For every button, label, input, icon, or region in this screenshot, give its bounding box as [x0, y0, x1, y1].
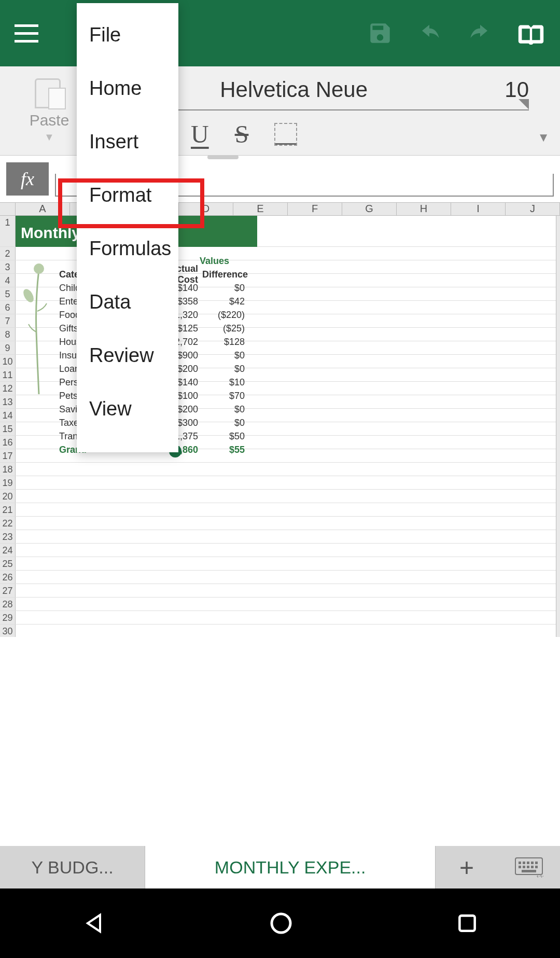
row-header[interactable]: 29: [0, 611, 16, 624]
diff-cell[interactable]: ($220): [202, 310, 249, 321]
svg-rect-3: [519, 862, 521, 864]
menu-item-home[interactable]: Home: [77, 62, 178, 115]
row: 18: [0, 463, 560, 476]
save-icon[interactable]: [367, 20, 393, 46]
keyboard-toggle-button[interactable]: 123: [498, 846, 560, 888]
menu-item-formulas[interactable]: Formulas: [77, 222, 178, 275]
menu-item-view[interactable]: View: [77, 382, 178, 436]
scrollbar-vertical[interactable]: [556, 216, 560, 637]
home-button[interactable]: [269, 911, 293, 936]
view-mode-icon[interactable]: [516, 22, 545, 45]
row-header[interactable]: 1: [0, 216, 16, 246]
row-header[interactable]: 13: [0, 395, 16, 408]
diff-cell[interactable]: $128: [202, 337, 249, 348]
diff-cell[interactable]: $0: [202, 418, 249, 428]
svg-rect-16: [460, 915, 475, 931]
row-header[interactable]: 6: [0, 301, 16, 314]
row: 28: [0, 598, 560, 611]
row-header[interactable]: 26: [0, 571, 16, 584]
recents-button[interactable]: [456, 912, 479, 935]
svg-rect-11: [531, 866, 534, 868]
svg-point-15: [272, 914, 290, 933]
diff-cell[interactable]: $0: [202, 283, 249, 294]
svg-rect-4: [523, 862, 525, 864]
back-button[interactable]: [81, 911, 106, 936]
svg-rect-7: [535, 862, 538, 864]
fx-button[interactable]: fx: [6, 162, 49, 196]
col-header[interactable]: A: [16, 203, 70, 215]
grand-total-diff: $55: [202, 445, 249, 455]
row-header[interactable]: 8: [0, 328, 16, 341]
row-header[interactable]: 4: [0, 274, 16, 287]
row-header[interactable]: 14: [0, 409, 16, 422]
diff-cell[interactable]: $0: [202, 350, 249, 361]
menu-item-file[interactable]: File: [77, 8, 178, 62]
svg-rect-9: [523, 866, 525, 868]
col-header[interactable]: J: [506, 203, 560, 215]
keyboard-icon: 123: [514, 857, 543, 878]
menu-item-insert[interactable]: Insert: [77, 115, 178, 169]
strikethrough-button[interactable]: S: [235, 120, 249, 148]
row-header[interactable]: 5: [0, 287, 16, 300]
diff-cell[interactable]: $0: [202, 404, 249, 415]
row-header[interactable]: 27: [0, 584, 16, 597]
row-header[interactable]: 12: [0, 382, 16, 395]
row-header[interactable]: 28: [0, 598, 16, 610]
svg-rect-5: [527, 862, 529, 864]
select-all-corner[interactable]: [0, 203, 16, 215]
redo-icon[interactable]: [466, 23, 495, 44]
col-header[interactable]: E: [233, 203, 288, 215]
col-header[interactable]: H: [397, 203, 451, 215]
difference-header: Difference: [202, 269, 249, 280]
diff-cell[interactable]: ($25): [202, 323, 249, 334]
row-header[interactable]: 11: [0, 368, 16, 381]
row-header[interactable]: 19: [0, 476, 16, 489]
diff-cell[interactable]: $70: [202, 391, 249, 401]
row-header[interactable]: 10: [0, 355, 16, 368]
row-header[interactable]: 30: [0, 624, 16, 637]
paste-button[interactable]: Paste ▼: [16, 78, 83, 143]
sheet-tab-monthly-expenses[interactable]: MONTHLY EXPE...: [145, 846, 436, 888]
col-header[interactable]: G: [342, 203, 397, 215]
ribbon-expand-icon[interactable]: ▼: [537, 130, 550, 145]
undo-icon[interactable]: [415, 23, 444, 44]
row-header[interactable]: 21: [0, 503, 16, 516]
row-header[interactable]: 25: [0, 557, 16, 570]
diff-cell[interactable]: $0: [202, 364, 249, 374]
col-header[interactable]: F: [288, 203, 342, 215]
add-sheet-button[interactable]: +: [436, 846, 498, 888]
row-header[interactable]: 17: [0, 449, 16, 462]
col-header[interactable]: D: [179, 203, 233, 215]
row-header[interactable]: 7: [0, 314, 16, 327]
row-header[interactable]: 2: [0, 247, 16, 260]
menu-item-review[interactable]: Review: [77, 329, 178, 382]
svg-point-1: [21, 287, 36, 304]
row-header[interactable]: 18: [0, 463, 16, 476]
chevron-down-icon: ▼: [44, 131, 54, 143]
border-button[interactable]: [274, 123, 297, 146]
menu-item-format[interactable]: Format: [77, 169, 178, 222]
row-header[interactable]: 24: [0, 544, 16, 557]
row-header[interactable]: 23: [0, 530, 16, 543]
diff-cell[interactable]: $50: [202, 431, 249, 442]
ribbon-drag-handle[interactable]: [207, 155, 239, 159]
row-header[interactable]: 3: [0, 260, 16, 273]
underline-button[interactable]: U: [191, 120, 209, 148]
row-header[interactable]: 15: [0, 422, 16, 435]
menu-item-data[interactable]: Data: [77, 275, 178, 329]
hamburger-menu-button[interactable]: [15, 24, 38, 43]
diff-cell[interactable]: $42: [202, 296, 249, 307]
svg-rect-12: [535, 866, 538, 868]
svg-rect-10: [527, 866, 529, 868]
row-header[interactable]: 16: [0, 436, 16, 449]
svg-rect-8: [519, 866, 521, 868]
col-header[interactable]: I: [451, 203, 506, 215]
row-header[interactable]: 9: [0, 341, 16, 354]
row-header[interactable]: 20: [0, 490, 16, 503]
font-size-select[interactable]: 10: [505, 77, 529, 102]
row-header[interactable]: 22: [0, 517, 16, 530]
diff-cell[interactable]: $10: [202, 377, 249, 388]
row: 26: [0, 571, 560, 584]
sheet-tab-budget[interactable]: Y BUDG...: [0, 846, 145, 888]
row: 21: [0, 503, 560, 517]
